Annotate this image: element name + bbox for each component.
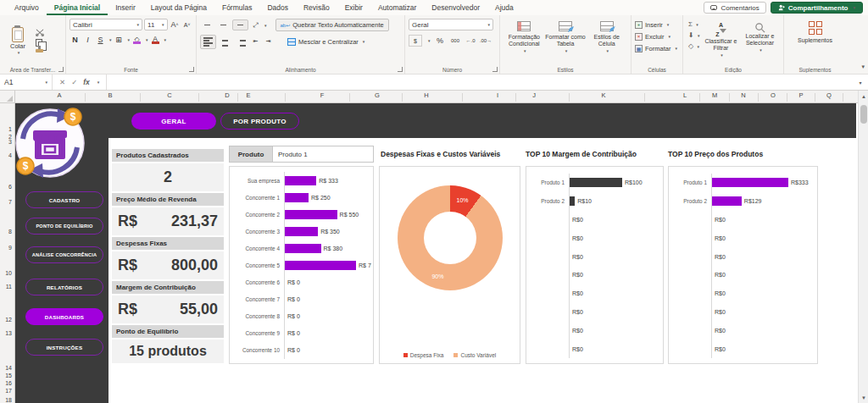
- row-header-10[interactable]: 10: [5, 270, 12, 276]
- currency-format-button[interactable]: $: [409, 35, 422, 47]
- bold-button[interactable]: N: [70, 34, 81, 46]
- align-middle-button[interactable]: [216, 20, 231, 30]
- row-header-11[interactable]: 11: [6, 284, 12, 290]
- row-header-8[interactable]: 8: [8, 229, 12, 235]
- menu-item-inserir[interactable]: Inserir: [108, 0, 143, 15]
- row-header-16[interactable]: 16: [5, 380, 12, 386]
- collapse-ribbon-icon[interactable]: ▾: [861, 63, 865, 70]
- column-header-N[interactable]: N: [741, 91, 745, 99]
- increase-decimal-button[interactable]: ←.0: [465, 35, 476, 47]
- comments-button[interactable]: Comentários: [704, 2, 765, 14]
- align-right-button[interactable]: [234, 36, 248, 48]
- menu-item-layout-da-página[interactable]: Layout da Página: [143, 0, 214, 15]
- column-header-E[interactable]: E: [246, 91, 250, 99]
- underline-button[interactable]: S: [95, 34, 106, 46]
- dialog-launcher-icon[interactable]: [189, 67, 194, 72]
- select-all-corner[interactable]: [0, 91, 15, 103]
- row-header-15[interactable]: 15: [5, 373, 12, 378]
- scroll-down-icon[interactable]: ▼: [859, 392, 868, 403]
- dialog-launcher-icon[interactable]: [58, 67, 64, 72]
- row-header-17[interactable]: 17: [5, 388, 12, 394]
- paste-button[interactable]: Colar ▾: [3, 19, 32, 63]
- delete-cells-button[interactable]: × Excluir ▾: [635, 30, 679, 42]
- menu-item-exibir[interactable]: Exibir: [337, 0, 370, 15]
- sidebar-item-instru-es[interactable]: INSTRUÇÕES: [25, 339, 103, 356]
- align-top-button[interactable]: [200, 20, 214, 30]
- tab-por-produto[interactable]: POR PRODUTO: [220, 113, 299, 130]
- row-header-7[interactable]: 7: [8, 199, 12, 205]
- column-header-K[interactable]: K: [601, 91, 605, 99]
- find-select-button[interactable]: Localizar e Selecionar ▾: [740, 19, 779, 63]
- column-header-O[interactable]: O: [771, 91, 776, 99]
- column-header-M[interactable]: M: [712, 91, 717, 99]
- align-bottom-button[interactable]: [232, 19, 248, 31]
- increase-font-button[interactable]: A˄: [170, 19, 181, 30]
- thousands-format-button[interactable]: 000: [450, 35, 461, 47]
- column-header-G[interactable]: G: [375, 91, 380, 99]
- menu-item-revisão[interactable]: Revisão: [296, 0, 337, 15]
- row-header-6[interactable]: 6: [8, 184, 12, 190]
- decrease-font-button[interactable]: A˅: [181, 19, 192, 30]
- font-color-button[interactable]: A: [150, 34, 161, 46]
- addins-button[interactable]: Suplementos: [787, 19, 843, 63]
- insert-function-icon[interactable]: fx: [83, 78, 90, 86]
- conditional-formatting-button[interactable]: Formatação Condicional ▾: [504, 19, 545, 63]
- vertical-scrollbar[interactable]: ▲ ▼: [858, 91, 868, 403]
- column-header-F[interactable]: F: [320, 91, 325, 99]
- expand-formula-bar-icon[interactable]: ▾: [853, 75, 868, 90]
- align-left-button[interactable]: [200, 35, 216, 49]
- column-header-H[interactable]: H: [424, 91, 428, 99]
- column-header-C[interactable]: C: [167, 91, 171, 99]
- name-box[interactable]: A1 ▾: [0, 75, 53, 90]
- dialog-launcher-icon[interactable]: [398, 67, 403, 72]
- orientation-button[interactable]: ⤢: [250, 19, 261, 31]
- row-header-12[interactable]: 12: [5, 317, 12, 323]
- number-format-select[interactable]: Geral ▾: [409, 19, 493, 30]
- enter-icon[interactable]: ✓: [71, 78, 77, 86]
- menu-item-ajuda[interactable]: Ajuda: [487, 0, 521, 15]
- row-header-14[interactable]: 14: [5, 365, 12, 371]
- column-header-Q[interactable]: Q: [826, 91, 832, 99]
- fill-color-button[interactable]: ◇: [131, 34, 142, 46]
- column-header-D[interactable]: D: [225, 91, 229, 99]
- row-header-9[interactable]: 9: [8, 245, 12, 251]
- font-name-select[interactable]: Calibri ▾: [70, 19, 142, 30]
- italic-button[interactable]: I: [82, 34, 93, 46]
- cancel-icon[interactable]: ✕: [59, 78, 65, 86]
- menu-item-dados[interactable]: Dados: [259, 0, 296, 15]
- format-as-table-button[interactable]: Formatar como Tabela ▾: [545, 19, 587, 63]
- borders-button[interactable]: ⊞: [114, 34, 125, 46]
- sidebar-item-an-lise-concorr-ncia[interactable]: ANÁLISE CONCORRÊNCIA: [25, 246, 103, 263]
- column-header-L[interactable]: L: [683, 91, 687, 99]
- fill-button[interactable]: ⬇ ▾: [688, 31, 699, 40]
- sidebar-item-relat-rios[interactable]: RELATÓRIOS: [25, 279, 103, 295]
- format-painter-icon[interactable]: [36, 49, 43, 52]
- dialog-launcher-icon[interactable]: [492, 67, 498, 72]
- clear-button[interactable]: ◇ ▾: [688, 42, 699, 51]
- sidebar-item-dashboards[interactable]: DASHBOARDS: [25, 308, 103, 325]
- sidebar-item-cadastro[interactable]: CADASTRO: [25, 191, 103, 208]
- menu-item-desenvolvedor[interactable]: Desenvolvedor: [424, 0, 487, 15]
- percent-format-button[interactable]: %: [435, 35, 446, 47]
- share-button[interactable]: Compartilhamento ▾: [771, 2, 863, 14]
- column-header-B[interactable]: B: [108, 91, 112, 99]
- font-size-select[interactable]: 11 ▾: [144, 19, 168, 30]
- cell-styles-button[interactable]: Estilos de Célula ▾: [586, 19, 627, 63]
- column-header-A[interactable]: A: [57, 91, 61, 99]
- menu-item-página-inicial[interactable]: Página Inicial: [47, 0, 108, 15]
- row-header-13[interactable]: 13: [5, 330, 12, 336]
- format-cells-button[interactable]: ▦ Formatar ▾: [635, 42, 679, 54]
- scroll-up-icon[interactable]: ▲: [859, 91, 868, 102]
- menu-item-arquivo[interactable]: Arquivo: [7, 0, 47, 15]
- formula-input[interactable]: [107, 75, 853, 90]
- align-center-button[interactable]: [218, 36, 232, 48]
- column-header-I[interactable]: I: [497, 91, 498, 99]
- merge-center-button[interactable]: Mesclar e Centralizar ▾: [284, 36, 368, 47]
- menu-item-fórmulas[interactable]: Fórmulas: [214, 0, 259, 15]
- product-selector-value[interactable]: Produto 1: [273, 146, 374, 163]
- row-header-18[interactable]: 18: [5, 397, 12, 403]
- sidebar-item-ponto-de-equil-brio[interactable]: PONTO DE EQUILÍBRIO: [25, 218, 103, 235]
- column-header-J[interactable]: J: [532, 91, 536, 99]
- menu-item-automatizar[interactable]: Automatizar: [370, 0, 424, 15]
- sort-filter-button[interactable]: AZ Classificar e Filtrar ▾: [701, 19, 740, 63]
